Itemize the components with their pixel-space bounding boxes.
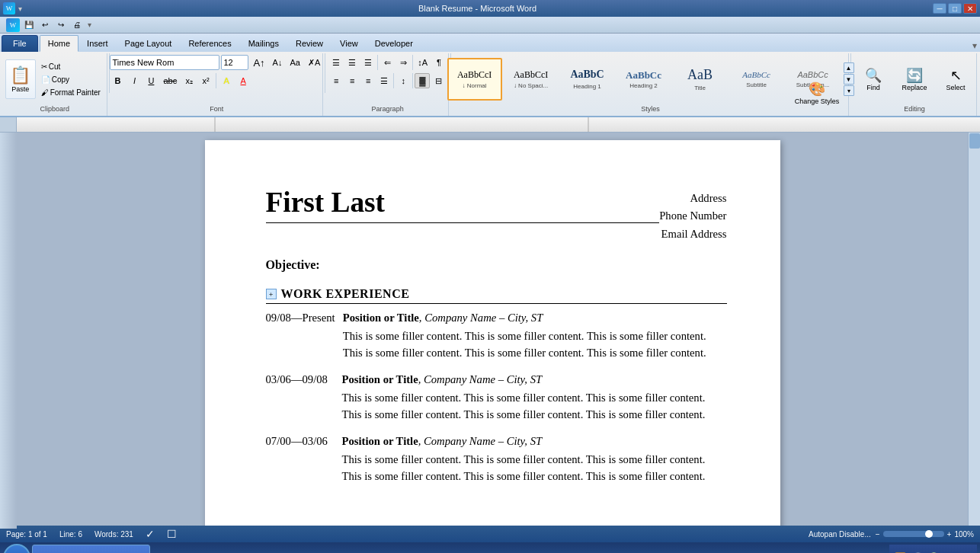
- increase-indent-btn[interactable]: ⇒: [396, 55, 411, 70]
- border-btn[interactable]: ⊟: [431, 73, 446, 88]
- tab-references[interactable]: References: [180, 35, 239, 52]
- maximize-button[interactable]: □: [948, 3, 962, 14]
- style-heading1[interactable]: AaBbC Heading 1: [560, 58, 615, 101]
- paste-button[interactable]: 📋 Paste: [5, 59, 36, 99]
- strikethrough-button[interactable]: abc: [160, 73, 180, 88]
- document-scroll-area[interactable]: First Last Address Phone Number Email Ad…: [17, 133, 968, 526]
- job-2-title: Position or Title, Company Name – City, …: [342, 373, 727, 386]
- bold-button[interactable]: B: [110, 73, 125, 88]
- font-grow-btn[interactable]: A↑: [250, 55, 267, 70]
- redo-quick-btn[interactable]: ↪: [54, 18, 68, 32]
- close-button[interactable]: ✕: [963, 3, 977, 14]
- job-1-desc: This is some filler content. This is som…: [343, 328, 727, 361]
- font-color-btn[interactable]: A: [235, 73, 251, 88]
- style-no-spacing[interactable]: AaBbCcI ↓ No Spaci...: [504, 58, 559, 101]
- show-hide-btn[interactable]: ¶: [431, 55, 447, 70]
- svg-rect-3: [0, 133, 17, 529]
- para-row-2: ≡ ≡ ≡ ☰ ↕ ▓ ⊟: [328, 73, 447, 88]
- ruler-area: [0, 117, 980, 133]
- style-heading1-label: Heading 1: [573, 83, 600, 90]
- job-2-dates: 03/06—09/08: [266, 373, 342, 423]
- italic-button[interactable]: I: [127, 73, 142, 88]
- style-heading2-label: Heading 2: [629, 82, 657, 89]
- clear-format-btn[interactable]: ✗A: [305, 55, 323, 70]
- zoom-level: 100%: [954, 530, 974, 539]
- align-center-btn[interactable]: ≡: [344, 73, 360, 88]
- style-heading2[interactable]: AaBbCc Heading 2: [617, 58, 671, 101]
- svg-rect-0: [17, 117, 980, 132]
- justify-btn[interactable]: ☰: [376, 73, 392, 88]
- zoom-in-icon[interactable]: +: [947, 530, 952, 539]
- copy-button[interactable]: 📄 Copy: [37, 73, 104, 85]
- line-spacing-btn[interactable]: ↕: [396, 73, 411, 88]
- save-quick-btn[interactable]: 💾: [22, 18, 36, 32]
- tab-view[interactable]: View: [331, 35, 367, 52]
- font-divider: [216, 73, 216, 88]
- vertical-scrollbar[interactable]: [968, 133, 980, 526]
- tab-mailings[interactable]: Mailings: [240, 35, 287, 52]
- find-icon: 🔍: [865, 67, 882, 84]
- title-bar-left: W ▾: [3, 2, 22, 14]
- status-spell-icon[interactable]: ✓: [146, 528, 155, 540]
- print-quick-btn[interactable]: 🖨: [70, 18, 84, 32]
- decrease-indent-btn[interactable]: ⇐: [380, 55, 395, 70]
- shading-btn[interactable]: ▓: [415, 73, 430, 88]
- select-button[interactable]: ↖ Select: [937, 60, 975, 98]
- tab-review[interactable]: Review: [287, 35, 331, 52]
- cut-button[interactable]: ✂ Cut: [37, 60, 104, 72]
- format-painter-button[interactable]: 🖌 Format Painter: [37, 86, 104, 98]
- para-divider-4: [412, 73, 413, 88]
- tab-file[interactable]: File: [2, 35, 38, 52]
- change-styles-button[interactable]: 🎨 Change Styles: [790, 73, 844, 113]
- status-line: Line: 6: [59, 530, 82, 539]
- job-1-title: Position or Title, Company Name – City, …: [343, 312, 727, 324]
- tab-page-layout[interactable]: Page Layout: [117, 35, 181, 52]
- text-highlight-btn[interactable]: A: [219, 73, 234, 88]
- style-subtitle[interactable]: AaBbCc Subtitle: [729, 58, 784, 101]
- find-button[interactable]: 🔍 Find: [854, 60, 892, 98]
- zoom-slider[interactable]: [883, 531, 944, 537]
- underline-button[interactable]: U: [143, 73, 159, 88]
- subscript-button[interactable]: x₂: [181, 73, 197, 88]
- zoom-control[interactable]: − + 100%: [876, 530, 974, 539]
- paragraph-label: Paragraph: [372, 105, 404, 113]
- ruler-corner: [0, 117, 17, 132]
- tab-insert[interactable]: Insert: [78, 35, 117, 52]
- taskbar-word[interactable]: W Blank Resume - Microsof...: [32, 545, 150, 553]
- font-name-input[interactable]: [110, 55, 219, 70]
- tab-home[interactable]: Home: [40, 35, 78, 52]
- font-shrink-btn[interactable]: A↓: [270, 55, 286, 70]
- align-left-btn[interactable]: ≡: [328, 73, 344, 88]
- status-word-icon[interactable]: ☐: [167, 528, 177, 540]
- multilevel-btn[interactable]: ☰: [360, 55, 376, 70]
- replace-button[interactable]: 🔄 Replace: [895, 60, 934, 98]
- styles-label: Styles: [641, 105, 660, 113]
- style-title[interactable]: AaB Title: [673, 58, 728, 101]
- style-no-spacing-label: ↓ No Spaci...: [514, 82, 548, 89]
- ribbon-help-btn[interactable]: ▾: [972, 40, 980, 52]
- zoom-out-icon[interactable]: −: [876, 530, 880, 539]
- quick-access-arrow[interactable]: ▾: [88, 21, 91, 29]
- vertical-ruler-svg: [0, 133, 17, 529]
- replace-label: Replace: [902, 84, 927, 91]
- style-normal[interactable]: AaBbCcI ↓ Normal: [447, 58, 502, 101]
- scroll-thumb-up[interactable]: [969, 133, 980, 149]
- superscript-button[interactable]: x²: [198, 73, 213, 88]
- font-size-input[interactable]: [221, 55, 248, 70]
- start-button[interactable]: ⊞: [3, 544, 30, 553]
- document-page: First Last Address Phone Number Email Ad…: [205, 140, 780, 526]
- tab-developer[interactable]: Developer: [367, 35, 421, 52]
- change-case-btn[interactable]: Aa: [287, 55, 303, 70]
- align-right-btn[interactable]: ≡: [360, 73, 376, 88]
- numbering-btn[interactable]: ☰: [344, 55, 360, 70]
- minimize-button[interactable]: ─: [933, 3, 946, 14]
- quick-access-toolbar: W 💾 ↩ ↪ 🖨 ▾: [0, 17, 980, 34]
- ruler-svg: [17, 117, 980, 132]
- paste-label: Paste: [11, 85, 29, 93]
- section-heading-icon[interactable]: +: [266, 289, 277, 299]
- style-subtitle-preview: AaBbCc: [742, 70, 770, 80]
- undo-quick-btn[interactable]: ↩: [38, 18, 52, 32]
- bullets-btn[interactable]: ☰: [328, 55, 344, 70]
- title-bar: W ▾ Blank Resume - Microsoft Word ─ □ ✕: [0, 0, 980, 17]
- sort-btn[interactable]: ↕A: [415, 55, 431, 70]
